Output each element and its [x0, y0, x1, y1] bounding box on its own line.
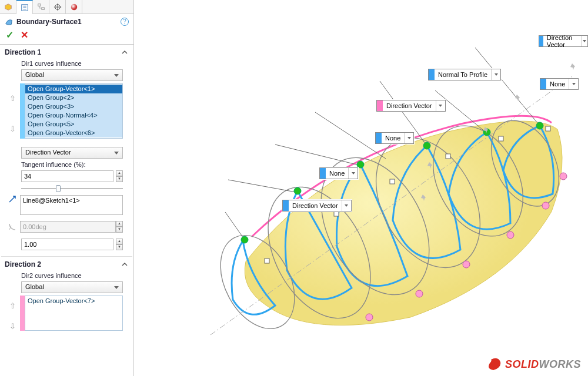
svg-point-21 — [423, 142, 430, 149]
boundary-surface-icon — [5, 18, 13, 26]
profile-callout[interactable]: None — [319, 167, 358, 179]
solidworks-logo: SOLIDWORKS — [487, 357, 581, 371]
dir2-curves-list[interactable]: Open Group-Vector<7> — [25, 296, 123, 331]
svg-point-29 — [560, 173, 567, 180]
list-item[interactable]: Open Group<3> — [25, 102, 122, 111]
pin-icon[interactable] — [421, 193, 427, 199]
svg-rect-32 — [390, 179, 395, 184]
pm-scroll[interactable]: Direction 1 Dir1 curves influence Global… — [0, 45, 133, 376]
cancel-button[interactable]: ✕ — [21, 29, 28, 41]
brand-works: WORKS — [539, 358, 582, 370]
cube-icon — [4, 3, 12, 11]
callout-color — [283, 200, 289, 211]
spinner-buttons[interactable]: ▲▼ — [116, 170, 123, 182]
move-up-button[interactable]: ⇧ — [8, 302, 16, 310]
pm-tabs — [0, 0, 133, 14]
callout-label: None — [546, 80, 569, 88]
pin-icon[interactable] — [427, 160, 434, 167]
direction-vector-ref[interactable]: Line8@Sketch1<1> — [20, 195, 123, 215]
tangent-influence-slider[interactable] — [21, 184, 123, 193]
dir2-color-strip — [20, 296, 25, 331]
list-item[interactable]: Open Group<2> — [25, 93, 122, 102]
spinner-buttons[interactable]: ▲▼ — [116, 239, 123, 250]
move-down-button[interactable]: ⇩ — [8, 323, 16, 331]
list-item[interactable]: Open Group-Vector<6> — [25, 129, 122, 137]
callout-label: Direction Vector — [383, 102, 436, 109]
dir2-influence-select[interactable]: Global — [21, 281, 123, 293]
callout-dropdown[interactable] — [569, 79, 578, 89]
callout-color — [376, 133, 382, 143]
callout-dropdown[interactable] — [436, 100, 445, 111]
callout-label: Direction Vector — [543, 34, 581, 48]
dir1-curves-list[interactable]: Open Group-Vector<1> Open Group<2> Open … — [25, 83, 123, 139]
svg-point-19 — [294, 187, 301, 194]
ok-button[interactable]: ✓ — [6, 29, 14, 41]
target-icon — [54, 3, 62, 11]
direction-vector-icon — [8, 195, 16, 203]
tree-icon — [37, 3, 45, 11]
list-item[interactable]: Open Group<5> — [25, 120, 122, 129]
chevron-up-icon[interactable] — [122, 261, 128, 267]
svg-point-25 — [416, 290, 423, 297]
dir1-color-strip — [20, 83, 25, 139]
callout-dropdown[interactable] — [404, 133, 413, 143]
graphics-viewport[interactable]: Direction VectorNoneNoneDirection Vector… — [134, 0, 588, 376]
help-icon[interactable]: ? — [121, 18, 129, 26]
tab-config[interactable] — [33, 0, 49, 14]
section-direction-1: Direction 1 Dir1 curves influence Global… — [1, 45, 132, 251]
pin-icon[interactable] — [570, 62, 577, 68]
tab-appearance[interactable] — [66, 0, 82, 14]
profile-callout[interactable]: Direction Vector — [539, 35, 588, 47]
svg-point-23 — [536, 122, 543, 129]
profile-callout[interactable]: None — [540, 78, 579, 90]
draft-angle-icon — [8, 223, 16, 231]
callout-color — [429, 69, 435, 80]
callout-dropdown[interactable] — [581, 36, 587, 46]
callout-label: None — [382, 135, 404, 142]
profile-callout[interactable]: None — [375, 132, 414, 144]
pin-icon[interactable] — [483, 125, 490, 132]
svg-marker-0 — [5, 4, 11, 11]
move-down-button[interactable]: ⇩ — [8, 125, 16, 133]
list-item[interactable]: Open Group-Vector<1> — [25, 85, 122, 93]
dir1-tangent-type-select[interactable]: Direction Vector — [21, 147, 123, 159]
tangent-length-input[interactable] — [21, 239, 113, 250]
callout-label: Direction Vector — [289, 202, 342, 209]
section-heading: Direction 2 — [5, 260, 41, 268]
tab-feature-tree[interactable] — [0, 0, 16, 14]
callout-label: None — [326, 170, 348, 177]
svg-point-26 — [463, 261, 470, 268]
svg-rect-34 — [499, 136, 503, 141]
section-heading: Direction 1 — [5, 48, 41, 56]
svg-rect-31 — [334, 212, 339, 216]
svg-rect-30 — [265, 258, 269, 263]
callout-dropdown[interactable] — [491, 69, 500, 80]
sphere-icon — [70, 3, 78, 11]
form-icon — [21, 4, 29, 12]
svg-rect-33 — [446, 154, 450, 159]
callout-dropdown[interactable] — [348, 168, 358, 179]
pm-confirm: ✓ ✕ — [0, 28, 133, 45]
pm-title: Boundary-Surface1 ? — [0, 14, 133, 28]
dir2-influence-label: Dir2 curves influence — [2, 271, 131, 280]
ds-logo-icon — [487, 357, 503, 371]
dir1-influence-select[interactable]: Global — [21, 69, 123, 81]
svg-rect-35 — [546, 126, 550, 131]
tab-dimxpert[interactable] — [49, 0, 66, 14]
feature-name: Boundary-Surface1 — [16, 18, 117, 26]
chevron-up-icon[interactable] — [122, 49, 128, 55]
callout-dropdown[interactable] — [342, 200, 351, 211]
move-up-button[interactable]: ⇧ — [8, 95, 16, 103]
tab-property-manager[interactable] — [16, 0, 33, 14]
profile-callout[interactable]: Direction Vector — [376, 100, 446, 112]
tangent-influence-input[interactable] — [21, 170, 113, 182]
profile-callout[interactable]: Normal To Profile — [428, 69, 501, 80]
callout-color — [320, 168, 326, 179]
pin-icon[interactable] — [515, 93, 522, 99]
list-item[interactable]: Open Group-Vector<7> — [25, 297, 122, 306]
model-canvas — [134, 0, 588, 376]
list-item[interactable]: Open Group-Normal<4> — [25, 111, 122, 120]
callout-label: Normal To Profile — [435, 71, 491, 78]
profile-callout[interactable]: Direction Vector — [282, 200, 352, 212]
svg-point-18 — [241, 236, 248, 243]
